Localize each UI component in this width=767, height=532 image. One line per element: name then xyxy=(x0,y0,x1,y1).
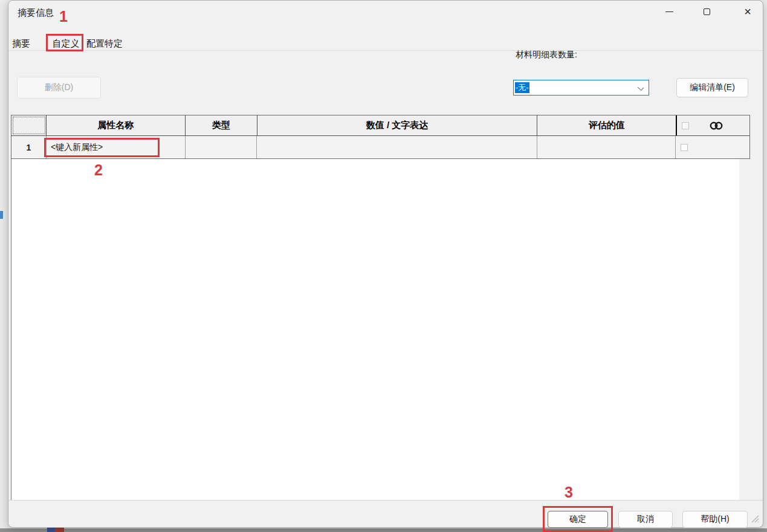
bom-quantity-dropdown[interactable]: -无- xyxy=(513,80,649,96)
help-button[interactable]: 帮助(H) xyxy=(682,511,748,528)
delete-button[interactable]: 删除(D) xyxy=(17,77,101,99)
bom-quantity-selected-value: -无- xyxy=(515,82,529,93)
footer-divider xyxy=(8,500,763,501)
grid-empty-area[interactable] xyxy=(11,159,739,500)
maximize-icon xyxy=(704,8,710,15)
row-number: 1 xyxy=(11,136,47,158)
new-property-placeholder: <键入新属性> xyxy=(47,142,185,153)
background-logo-fragment xyxy=(55,528,64,532)
background-app-left-marker xyxy=(0,211,3,219)
minimize-button[interactable] xyxy=(655,2,683,21)
tab-configuration-specific[interactable]: 配置特定 xyxy=(86,36,123,51)
summary-info-dialog: 摘要信息 × 摘要 自定义 配置特定 删除(D) 材料明细表数量: -无- 编辑… xyxy=(8,0,763,528)
edit-list-button[interactable]: 编辑清单(E) xyxy=(676,78,748,97)
table-row: 1 <键入新属性> xyxy=(11,135,750,159)
close-button[interactable]: × xyxy=(734,2,762,21)
bom-quantity-label: 材料明细表数量: xyxy=(516,50,577,60)
header-evaluated-value[interactable]: 评估的值 xyxy=(537,115,676,135)
background-app-strip xyxy=(0,528,767,532)
cancel-button[interactable]: 取消 xyxy=(618,511,673,528)
tab-custom[interactable]: 自定义 xyxy=(50,36,82,51)
header-link-column[interactable] xyxy=(676,115,749,135)
tab-strip: 摘要 自定义 配置特定 xyxy=(8,34,763,51)
minimize-icon xyxy=(665,11,673,12)
close-icon: × xyxy=(744,5,751,18)
chain-link-icon xyxy=(689,121,743,131)
value-expression-cell[interactable] xyxy=(257,136,537,158)
header-type[interactable]: 类型 xyxy=(186,115,257,135)
header-property-name[interactable]: 属性名称 xyxy=(47,115,186,135)
row-link-checkbox[interactable] xyxy=(681,144,688,151)
background-logo-fragment xyxy=(47,528,55,532)
resize-grip-icon[interactable] xyxy=(748,512,759,525)
maximize-button[interactable] xyxy=(693,2,720,21)
header-row-number xyxy=(11,115,47,135)
header-value-expression[interactable]: 数值 / 文字表达 xyxy=(257,115,538,135)
new-property-cell[interactable]: <键入新属性> xyxy=(47,136,186,158)
link-cell xyxy=(676,136,749,158)
evaluated-value-cell[interactable] xyxy=(537,136,676,158)
chevron-down-icon xyxy=(638,85,644,91)
title-bar[interactable]: 摘要信息 × xyxy=(8,1,763,26)
screen: 摘要信息 × 摘要 自定义 配置特定 删除(D) 材料明细表数量: -无- 编辑… xyxy=(0,0,767,532)
ok-button[interactable]: 确定 xyxy=(548,511,608,528)
grid-header-row: 属性名称 类型 数值 / 文字表达 评估的值 xyxy=(11,115,750,135)
type-cell[interactable] xyxy=(186,136,257,158)
link-all-checkbox[interactable] xyxy=(682,122,689,129)
properties-grid: 属性名称 类型 数值 / 文字表达 评估的值 1 <键入 xyxy=(11,115,750,159)
dialog-title: 摘要信息 xyxy=(18,7,54,19)
tab-summary[interactable]: 摘要 xyxy=(11,36,31,51)
